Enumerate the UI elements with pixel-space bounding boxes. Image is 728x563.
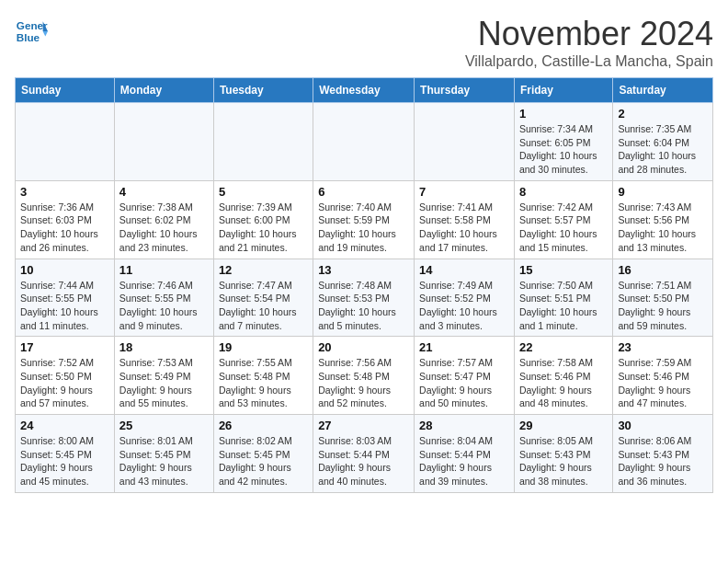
- day-info: Sunrise: 7:38 AMSunset: 6:02 PMDaylight:…: [119, 201, 209, 255]
- day-info: Sunrise: 7:40 AMSunset: 5:59 PMDaylight:…: [318, 201, 409, 255]
- day-info: Sunrise: 7:42 AMSunset: 5:57 PMDaylight:…: [519, 201, 608, 255]
- day-cell: 22Sunrise: 7:58 AMSunset: 5:46 PMDayligh…: [514, 337, 612, 415]
- day-cell: 10Sunrise: 7:44 AMSunset: 5:55 PMDayligh…: [16, 259, 115, 337]
- day-number: 1: [519, 107, 608, 121]
- day-number: 2: [618, 107, 708, 121]
- day-cell: 8Sunrise: 7:42 AMSunset: 5:57 PMDaylight…: [514, 180, 612, 259]
- day-cell: 11Sunrise: 7:46 AMSunset: 5:55 PMDayligh…: [114, 259, 213, 337]
- day-info: Sunrise: 7:56 AMSunset: 5:48 PMDaylight:…: [318, 356, 409, 410]
- day-cell: 30Sunrise: 8:06 AMSunset: 5:43 PMDayligh…: [613, 415, 713, 493]
- title-block: November 2024 Villalpardo, Castille-La M…: [465, 15, 713, 70]
- day-cell: 28Sunrise: 8:04 AMSunset: 5:44 PMDayligh…: [415, 415, 515, 493]
- day-number: 7: [419, 185, 509, 199]
- day-info: Sunrise: 8:01 AMSunset: 5:45 PMDaylight:…: [119, 434, 209, 488]
- day-number: 21: [419, 340, 509, 354]
- day-cell: 16Sunrise: 7:51 AMSunset: 5:50 PMDayligh…: [613, 259, 713, 337]
- day-cell: 4Sunrise: 7:38 AMSunset: 6:02 PMDaylight…: [114, 180, 213, 259]
- day-cell: 26Sunrise: 8:02 AMSunset: 5:45 PMDayligh…: [213, 415, 313, 493]
- day-cell: 14Sunrise: 7:49 AMSunset: 5:52 PMDayligh…: [415, 259, 515, 337]
- day-number: 26: [219, 419, 308, 432]
- day-cell: 29Sunrise: 8:05 AMSunset: 5:43 PMDayligh…: [514, 415, 612, 493]
- day-cell: 12Sunrise: 7:47 AMSunset: 5:54 PMDayligh…: [213, 259, 313, 337]
- day-number: 15: [519, 263, 608, 277]
- header-thursday: Thursday: [415, 78, 515, 103]
- day-number: 30: [618, 419, 708, 432]
- day-cell: [114, 103, 213, 181]
- day-cell: 20Sunrise: 7:56 AMSunset: 5:48 PMDayligh…: [313, 337, 415, 415]
- day-number: 6: [318, 185, 409, 199]
- day-number: 17: [20, 340, 109, 354]
- day-info: Sunrise: 7:36 AMSunset: 6:03 PMDaylight:…: [20, 201, 109, 255]
- day-info: Sunrise: 8:06 AMSunset: 5:43 PMDaylight:…: [618, 434, 708, 488]
- header-sunday: Sunday: [16, 78, 115, 103]
- header-row: SundayMondayTuesdayWednesdayThursdayFrid…: [16, 78, 713, 103]
- day-number: 12: [219, 263, 308, 277]
- day-number: 24: [20, 419, 109, 432]
- day-number: 25: [119, 419, 209, 432]
- day-info: Sunrise: 7:34 AMSunset: 6:05 PMDaylight:…: [519, 122, 608, 177]
- day-cell: [16, 103, 115, 181]
- day-cell: 18Sunrise: 7:53 AMSunset: 5:49 PMDayligh…: [114, 337, 213, 415]
- day-info: Sunrise: 7:52 AMSunset: 5:50 PMDaylight:…: [20, 356, 109, 410]
- page-header: General Blue November 2024 Villalpardo, …: [15, 15, 713, 70]
- day-number: 5: [219, 185, 308, 199]
- day-cell: 5Sunrise: 7:39 AMSunset: 6:00 PMDaylight…: [213, 180, 313, 259]
- svg-text:Blue: Blue: [17, 31, 40, 43]
- day-info: Sunrise: 7:47 AMSunset: 5:54 PMDaylight:…: [219, 279, 308, 333]
- day-cell: 15Sunrise: 7:50 AMSunset: 5:51 PMDayligh…: [514, 259, 612, 337]
- day-info: Sunrise: 7:35 AMSunset: 6:04 PMDaylight:…: [618, 122, 708, 177]
- day-info: Sunrise: 7:46 AMSunset: 5:55 PMDaylight:…: [119, 279, 209, 333]
- day-number: 18: [119, 340, 209, 354]
- day-number: 20: [318, 340, 409, 354]
- day-cell: 1Sunrise: 7:34 AMSunset: 6:05 PMDaylight…: [514, 103, 612, 181]
- week-row-2: 10Sunrise: 7:44 AMSunset: 5:55 PMDayligh…: [16, 259, 713, 337]
- day-cell: 21Sunrise: 7:57 AMSunset: 5:47 PMDayligh…: [415, 337, 515, 415]
- day-cell: 25Sunrise: 8:01 AMSunset: 5:45 PMDayligh…: [114, 415, 213, 493]
- day-info: Sunrise: 7:49 AMSunset: 5:52 PMDaylight:…: [419, 279, 509, 333]
- header-monday: Monday: [114, 78, 213, 103]
- day-info: Sunrise: 8:02 AMSunset: 5:45 PMDaylight:…: [219, 434, 308, 488]
- day-cell: 9Sunrise: 7:43 AMSunset: 5:56 PMDaylight…: [613, 180, 713, 259]
- day-cell: 6Sunrise: 7:40 AMSunset: 5:59 PMDaylight…: [313, 180, 415, 259]
- day-cell: 3Sunrise: 7:36 AMSunset: 6:03 PMDaylight…: [16, 180, 115, 259]
- day-info: Sunrise: 8:00 AMSunset: 5:45 PMDaylight:…: [20, 434, 109, 488]
- day-cell: 24Sunrise: 8:00 AMSunset: 5:45 PMDayligh…: [16, 415, 115, 493]
- day-info: Sunrise: 7:39 AMSunset: 6:00 PMDaylight:…: [219, 201, 308, 255]
- header-tuesday: Tuesday: [213, 78, 313, 103]
- day-number: 19: [219, 340, 308, 354]
- day-info: Sunrise: 7:44 AMSunset: 5:55 PMDaylight:…: [20, 279, 109, 333]
- day-number: 11: [119, 263, 209, 277]
- day-info: Sunrise: 8:04 AMSunset: 5:44 PMDaylight:…: [419, 434, 509, 488]
- week-row-3: 17Sunrise: 7:52 AMSunset: 5:50 PMDayligh…: [16, 337, 713, 415]
- week-row-4: 24Sunrise: 8:00 AMSunset: 5:45 PMDayligh…: [16, 415, 713, 493]
- day-cell: 13Sunrise: 7:48 AMSunset: 5:53 PMDayligh…: [313, 259, 415, 337]
- day-cell: 2Sunrise: 7:35 AMSunset: 6:04 PMDaylight…: [613, 103, 713, 181]
- calendar-header: SundayMondayTuesdayWednesdayThursdayFrid…: [16, 78, 713, 103]
- day-number: 16: [618, 263, 708, 277]
- day-number: 3: [20, 185, 109, 199]
- header-saturday: Saturday: [613, 78, 713, 103]
- day-cell: [313, 103, 415, 181]
- day-number: 8: [519, 185, 608, 199]
- week-row-0: 1Sunrise: 7:34 AMSunset: 6:05 PMDaylight…: [16, 103, 713, 181]
- day-cell: 7Sunrise: 7:41 AMSunset: 5:58 PMDaylight…: [415, 180, 515, 259]
- day-number: 10: [20, 263, 109, 277]
- day-number: 13: [318, 263, 409, 277]
- calendar-table: SundayMondayTuesdayWednesdayThursdayFrid…: [15, 77, 713, 493]
- day-number: 28: [419, 419, 509, 432]
- week-row-1: 3Sunrise: 7:36 AMSunset: 6:03 PMDaylight…: [16, 180, 713, 259]
- day-number: 14: [419, 263, 509, 277]
- calendar-body: 1Sunrise: 7:34 AMSunset: 6:05 PMDaylight…: [16, 103, 713, 493]
- month-title: November 2024: [465, 15, 713, 53]
- day-info: Sunrise: 7:41 AMSunset: 5:58 PMDaylight:…: [419, 201, 509, 255]
- day-number: 22: [519, 340, 608, 354]
- day-info: Sunrise: 7:43 AMSunset: 5:56 PMDaylight:…: [618, 201, 708, 255]
- day-cell: 23Sunrise: 7:59 AMSunset: 5:46 PMDayligh…: [613, 337, 713, 415]
- day-info: Sunrise: 8:03 AMSunset: 5:44 PMDaylight:…: [318, 434, 409, 488]
- day-info: Sunrise: 7:50 AMSunset: 5:51 PMDaylight:…: [519, 279, 608, 333]
- day-cell: 17Sunrise: 7:52 AMSunset: 5:50 PMDayligh…: [16, 337, 115, 415]
- day-info: Sunrise: 7:59 AMSunset: 5:46 PMDaylight:…: [618, 356, 708, 410]
- day-info: Sunrise: 7:53 AMSunset: 5:49 PMDaylight:…: [119, 356, 209, 410]
- day-number: 27: [318, 419, 409, 432]
- day-number: 23: [618, 340, 708, 354]
